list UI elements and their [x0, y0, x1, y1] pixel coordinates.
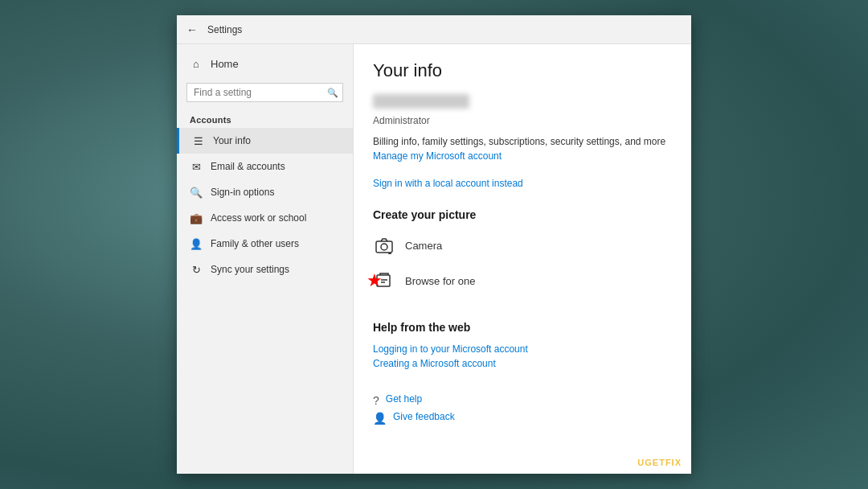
main-content: Your info Administrator Billing info, fa…: [354, 44, 691, 474]
work-label: Access work or school: [211, 212, 306, 224]
camera-option[interactable]: Camera: [373, 231, 672, 260]
feedback-icon: 👤: [373, 412, 387, 425]
sign-in-label: Sign-in options: [211, 187, 274, 198]
svg-rect-2: [388, 253, 391, 254]
user-role: Administrator: [373, 115, 672, 126]
home-label: Home: [211, 58, 239, 70]
sidebar-item-home[interactable]: ⌂ Home: [177, 51, 353, 76]
sidebar-item-your-info[interactable]: ☰ Your info: [177, 128, 353, 154]
search-input[interactable]: [186, 83, 343, 102]
work-icon: 💼: [190, 212, 203, 224]
browse-label: Browse for one: [405, 275, 475, 287]
get-help-icon: ?: [373, 394, 379, 407]
title-bar: ← Settings: [177, 15, 691, 44]
manage-account-link[interactable]: Manage my Microsoft account: [373, 150, 672, 162]
billing-text: Billing info, family settings, subscript…: [373, 136, 672, 147]
email-icon: ✉: [190, 160, 203, 173]
local-account-link[interactable]: Sign in with a local account instead: [373, 178, 672, 189]
family-icon: 👤: [190, 237, 203, 250]
get-help-item[interactable]: ? Get help: [373, 392, 672, 409]
red-star-annotation: ★: [366, 270, 383, 291]
browse-option[interactable]: ★ Browse for one: [373, 266, 672, 295]
camera-label: Camera: [405, 240, 442, 252]
sidebar-item-work-school[interactable]: 💼 Access work or school: [177, 205, 353, 231]
footer-links: ? Get help 👤 Give feedback: [373, 392, 672, 427]
back-button[interactable]: ←: [186, 23, 198, 36]
your-info-label: Your info: [213, 135, 251, 146]
camera-icon: [373, 234, 395, 257]
help-section: Help from the web Logging in to your Mic…: [373, 321, 672, 369]
help-title: Help from the web: [373, 321, 672, 334]
sidebar: ⌂ Home 🔍 Accounts ☰ Your info ✉ Email & …: [177, 44, 354, 474]
get-help-link[interactable]: Get help: [386, 393, 422, 405]
user-avatar: [373, 94, 469, 109]
sidebar-item-family[interactable]: 👤 Family & other users: [177, 231, 353, 257]
help-link1[interactable]: Logging in to your Microsoft account: [373, 343, 672, 355]
sync-icon: ↻: [190, 263, 203, 276]
help-link2[interactable]: Creating a Microsoft account: [373, 358, 672, 369]
content-area: ⌂ Home 🔍 Accounts ☰ Your info ✉ Email & …: [177, 44, 691, 474]
give-feedback-link[interactable]: Give feedback: [393, 411, 455, 422]
settings-window: ← Settings ⌂ Home 🔍 Accounts ☰ Your info: [177, 15, 691, 474]
give-feedback-item[interactable]: 👤 Give feedback: [373, 409, 672, 427]
page-title: Your info: [373, 60, 672, 81]
home-icon: ⌂: [190, 57, 203, 70]
window-title: Settings: [207, 24, 242, 35]
create-picture-title: Create your picture: [373, 208, 672, 221]
svg-point-1: [381, 244, 387, 250]
family-label: Family & other users: [211, 238, 299, 249]
sync-label: Sync your settings: [211, 264, 289, 275]
search-box: 🔍: [186, 83, 343, 102]
your-info-icon: ☰: [192, 134, 205, 147]
accounts-section-label: Accounts: [177, 109, 353, 128]
search-icon: 🔍: [327, 88, 338, 98]
sign-in-icon: 🔍: [190, 186, 203, 199]
sidebar-item-sign-in[interactable]: 🔍 Sign-in options: [177, 179, 353, 205]
watermark: UGETFIX: [637, 458, 682, 467]
email-label: Email & accounts: [211, 161, 285, 172]
sidebar-item-sync[interactable]: ↻ Sync your settings: [177, 257, 353, 282]
svg-rect-0: [376, 241, 392, 253]
sidebar-item-email-accounts[interactable]: ✉ Email & accounts: [177, 154, 353, 179]
